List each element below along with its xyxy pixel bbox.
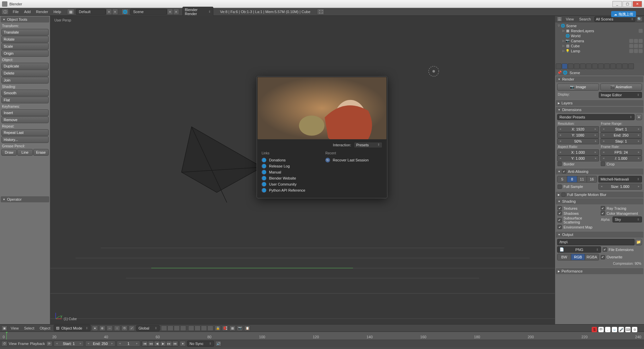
translate-button[interactable]: Translate [1, 29, 49, 36]
ime-punct-icon[interactable]: ， [605, 327, 610, 332]
raytrace-checkbox[interactable]: ✔Ray Tracing [600, 206, 642, 211]
filter-size-field[interactable]: Size: 1.000 [598, 184, 642, 190]
textures-checkbox[interactable]: ✔Textures [557, 206, 599, 211]
tl-frame-menu[interactable]: Frame [18, 342, 29, 346]
layers-panel-header[interactable]: Layers [556, 100, 643, 106]
tab-modifiers[interactable] [586, 63, 592, 69]
tab-world[interactable] [568, 63, 574, 69]
aspect-y-field[interactable]: Y: 1.000 [557, 155, 599, 161]
tab-physics[interactable] [616, 63, 622, 69]
tl-start-field[interactable]: Start: 1 [54, 341, 84, 347]
repeat-last-button[interactable]: Repeat Last [1, 129, 49, 136]
outliner-item[interactable]: ▽🌐Scene [556, 23, 643, 28]
gp-erase-button[interactable]: Erase [33, 149, 49, 156]
fullscreen-icon[interactable]: ⛶ [317, 9, 324, 15]
file-ext-checkbox[interactable]: ✔File Extensions [602, 246, 642, 253]
tab-particles[interactable] [610, 63, 616, 69]
splash-recent-link[interactable]: ↻Recover Last Session [325, 157, 382, 163]
tab-object[interactable] [574, 63, 580, 69]
outliner-search-menu[interactable]: Search [577, 17, 593, 21]
tab-data[interactable] [592, 63, 598, 69]
output-panel-header[interactable]: Output [556, 232, 643, 238]
tab-material[interactable] [598, 63, 604, 69]
ime-toolbar[interactable]: S 中 ， ☺ 🎤 ⌨ ⚙ [592, 327, 637, 332]
format-dropdown[interactable]: 📄 PNG [557, 246, 601, 253]
timeline-editor-icon[interactable]: ⏱ [1, 341, 7, 346]
gp-line-button[interactable]: Line [17, 149, 33, 156]
aa-samples-toggle[interactable]: 5 8 11 16 [557, 176, 597, 183]
menu-file[interactable]: File [10, 10, 21, 14]
motionblur-panel-header[interactable]: Full Sample Motion Blur [556, 192, 643, 198]
render-panel-header[interactable]: Render [556, 76, 643, 82]
tab-scene[interactable] [562, 63, 568, 69]
outliner-search-icon[interactable]: 🔍 [637, 16, 643, 22]
menu-render[interactable]: Render [33, 10, 51, 14]
display-dropdown[interactable]: Image Editor [599, 92, 642, 98]
ime-keyboard-icon[interactable]: ⌨ [625, 327, 631, 332]
subsurf-checkbox[interactable]: ✔Subsurface Scattering [557, 216, 599, 225]
res-pct-field[interactable]: 50% [557, 138, 599, 144]
screen-layout-field[interactable]: Default [76, 9, 106, 15]
origin-button[interactable]: Origin [1, 50, 49, 57]
splash-link[interactable]: 🌐Donations [262, 157, 319, 163]
res-x-field[interactable]: X: 1920 [557, 126, 599, 132]
ime-lang-button[interactable]: 中 [598, 327, 604, 332]
render-engine-dropdown[interactable]: Blender Render [182, 7, 213, 17]
scene-del-button[interactable]: × [173, 9, 179, 15]
frame-start-field[interactable]: Start: 1 [600, 126, 642, 132]
res-y-field[interactable]: Y: 1080 [557, 132, 599, 138]
output-browse-button[interactable]: 📁 [635, 239, 642, 245]
outliner-item[interactable]: ▷▨Cube [556, 43, 643, 48]
aa-filter-dropdown[interactable]: Mitchell-Netravali [598, 176, 642, 183]
colormgmt-checkbox[interactable]: ✔Color Management [600, 211, 642, 216]
screen-add-button[interactable]: + [106, 9, 112, 15]
render-presets-dropdown[interactable]: Render Presets [557, 114, 635, 120]
tab-constraints[interactable] [580, 63, 586, 69]
tab-texture[interactable] [604, 63, 610, 69]
remove-keyframe-button[interactable]: Remove [1, 116, 49, 123]
view3d-view-menu[interactable]: View [9, 326, 21, 330]
view3d-editor-icon[interactable]: ▣ [1, 326, 7, 331]
tl-end-field[interactable]: End: 250 [85, 341, 115, 347]
splash-link[interactable]: 🌐Release Log [262, 163, 319, 169]
tl-view-menu[interactable]: View [9, 342, 17, 346]
delete-button[interactable]: Delete [1, 70, 49, 77]
scene-browse-icon[interactable]: 🌐 [121, 9, 129, 15]
outliner-tree[interactable]: ▽🌐Scene▷▦RenderLayers🌐World▷📷Camera▷▨Cub… [555, 22, 644, 63]
splash-link[interactable]: 🌐Blender Website [262, 175, 319, 181]
tab-render[interactable] [556, 63, 561, 69]
splash-link[interactable]: 🌐User Community [262, 181, 319, 187]
envmap-checkbox[interactable]: ✔Environment Map [557, 225, 599, 230]
splash-link[interactable]: 🌐Python API Reference [262, 187, 319, 193]
outliner-filter-dropdown[interactable]: All Scenes [594, 16, 635, 22]
screen-browse-icon[interactable]: ▦ [67, 9, 74, 15]
aa-panel-header[interactable]: ✔Anti-Aliasing [556, 168, 643, 174]
object-tools-header[interactable]: Object Tools [1, 16, 49, 22]
frame-step-field[interactable]: Step: 1 [600, 138, 642, 144]
interaction-dropdown[interactable]: Presets [354, 142, 382, 148]
smooth-button[interactable]: Smooth [1, 90, 49, 96]
insert-keyframe-button[interactable]: Insert [1, 109, 49, 116]
ime-logo-icon[interactable]: S [592, 327, 597, 332]
color-mode-toggle[interactable]: BW RGB RGBA [557, 254, 599, 260]
gp-draw-button[interactable]: Draw [1, 149, 17, 156]
ime-voice-icon[interactable]: 🎤 [619, 327, 624, 332]
outliner-editor-icon[interactable]: ☰ [556, 16, 562, 22]
outliner-item[interactable]: 🌐World [556, 33, 643, 38]
maximize-button[interactable]: ▢ [623, 1, 632, 7]
scene-field[interactable]: Scene [130, 9, 167, 15]
fps-field[interactable]: FPS: 24 [600, 149, 642, 155]
menu-help[interactable]: Help [51, 10, 64, 14]
scale-button[interactable]: Scale [1, 43, 49, 50]
outliner-item[interactable]: ▷💡Lamp [556, 48, 643, 53]
dimensions-panel-header[interactable]: Dimensions [556, 107, 643, 113]
frame-end-field[interactable]: End: 250 [600, 132, 642, 138]
outliner-item[interactable]: ▷▦RenderLayers [556, 28, 643, 33]
full-sample-checkbox[interactable]: Full Sample [557, 184, 597, 190]
fps-base-field[interactable]: /: 1.000 [600, 155, 642, 161]
join-button[interactable]: Join [1, 77, 49, 84]
view3d-select-menu[interactable]: Select [22, 326, 37, 330]
flat-button[interactable]: Flat [1, 97, 49, 103]
ime-emoji-icon[interactable]: ☺ [612, 327, 617, 332]
upload-badge[interactable]: ☁ 拖拽上传 [611, 11, 636, 17]
